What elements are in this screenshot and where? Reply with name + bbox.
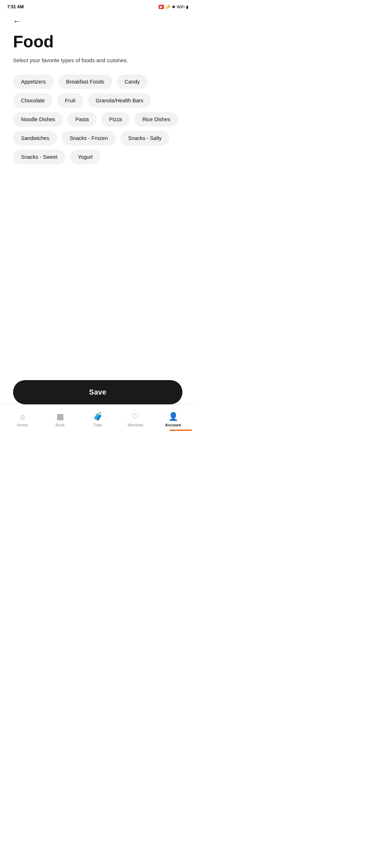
- nav-item-trips[interactable]: 🧳Trips: [79, 409, 117, 430]
- home-nav-icon: ⌂: [20, 412, 25, 421]
- book-nav-icon: ▦: [56, 412, 64, 421]
- back-button[interactable]: ←: [13, 17, 21, 26]
- tag-appetizers[interactable]: Appetizers: [13, 75, 54, 89]
- tag-pasta[interactable]: Pasta: [67, 112, 97, 127]
- status-bar: 7:51 AM ▶ 🔑 ✱ WiFi ▮: [0, 0, 196, 13]
- main-content: ← Food Select your favorite types of foo…: [0, 13, 196, 164]
- account-nav-icon: 👤: [168, 412, 178, 421]
- nav-item-book[interactable]: ▦Book: [41, 409, 79, 430]
- save-button[interactable]: Save: [13, 380, 182, 404]
- trips-nav-label: Trips: [93, 423, 102, 427]
- account-nav-label: Account: [165, 423, 181, 427]
- tag-rice-dishes[interactable]: Rice Dishes: [134, 112, 178, 127]
- tag-sandwiches[interactable]: Sandwiches: [13, 131, 57, 145]
- tag-snacks-sweet[interactable]: Snacks - Sweet: [13, 150, 66, 164]
- tag-snacks-frozen[interactable]: Snacks - Frozen: [62, 131, 116, 145]
- tag-candy[interactable]: Candy: [117, 75, 148, 89]
- trips-nav-icon: 🧳: [93, 412, 103, 421]
- wishlists-nav-label: Wishlists: [127, 423, 143, 427]
- save-area: Save: [0, 380, 196, 404]
- bluetooth-icon: ✱: [172, 5, 175, 9]
- wishlists-nav-icon: ♡: [132, 412, 139, 421]
- key-icon: 🔑: [165, 5, 171, 9]
- page-title: Food: [13, 33, 182, 51]
- tag-breakfast-foods[interactable]: Breakfast Foods: [58, 75, 113, 89]
- tag-noodle-dishes[interactable]: Noodle Dishes: [13, 112, 63, 127]
- tag-yogurt[interactable]: Yogurt: [70, 150, 101, 164]
- status-icons: ▶ 🔑 ✱ WiFi ▮: [159, 5, 188, 9]
- tag-snacks-salty[interactable]: Snacks - Salty: [120, 131, 170, 145]
- tag-chocolate[interactable]: Chocolate: [13, 93, 52, 108]
- nav-item-account[interactable]: 👤Account: [154, 409, 192, 430]
- bottom-nav: ⌂Home▦Book🧳Trips♡Wishlists👤Account: [0, 404, 196, 434]
- nav-item-home[interactable]: ⌂Home: [4, 409, 41, 430]
- wifi-icon: WiFi: [177, 5, 185, 9]
- battery-icon: ▶: [159, 5, 164, 9]
- book-nav-label: Book: [55, 423, 64, 427]
- status-time: 7:51 AM: [7, 4, 24, 9]
- tag-granola[interactable]: Granola/Health Bars: [88, 93, 151, 108]
- page-subtitle: Select your favorite types of foods and …: [13, 56, 182, 64]
- battery-level-icon: ▮: [186, 5, 188, 9]
- nav-item-wishlists[interactable]: ♡Wishlists: [117, 409, 154, 430]
- tag-pizza[interactable]: Pizza: [101, 112, 130, 127]
- tag-fruit[interactable]: Fruit: [57, 93, 83, 108]
- home-nav-label: Home: [17, 423, 28, 427]
- tags-container: AppetizersBreakfast FoodsCandyChocolateF…: [13, 75, 182, 164]
